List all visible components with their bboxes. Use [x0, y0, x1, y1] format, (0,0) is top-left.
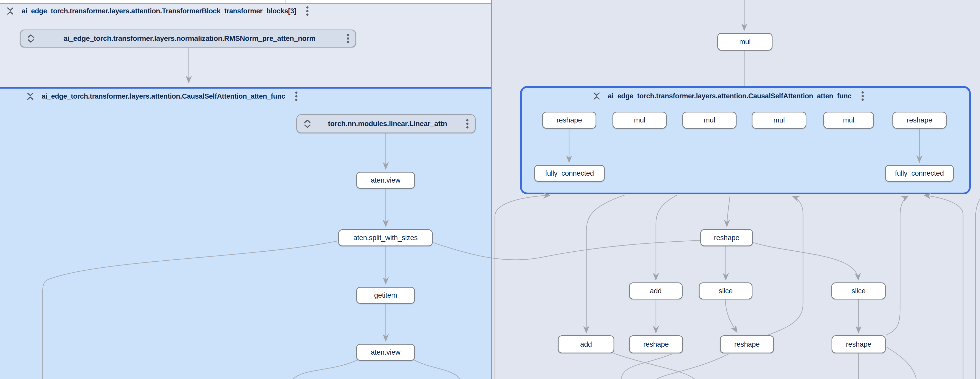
kebab-menu-icon[interactable]	[346, 33, 350, 45]
op-label: mul	[634, 116, 645, 124]
op-node-mul-3[interactable]: mul	[752, 112, 807, 129]
op-label: fully_connected	[895, 169, 944, 177]
op-node-mul-4[interactable]: mul	[823, 112, 874, 129]
op-node-mul-1[interactable]: mul	[612, 112, 667, 129]
unfold-less-icon[interactable]	[592, 91, 601, 102]
op-node-add-mid[interactable]: add	[629, 282, 682, 299]
op-label: mul	[739, 38, 751, 46]
op-label: aten.view	[371, 176, 401, 185]
op-label: add	[650, 287, 662, 295]
op-label: aten.view	[371, 348, 401, 357]
op-node-reshape-mid[interactable]: reshape	[700, 229, 753, 246]
op-node-slice-right[interactable]: slice	[831, 282, 886, 299]
op-label: reshape	[714, 234, 739, 242]
op-label: reshape	[734, 340, 760, 349]
op-label: fully_connected	[545, 169, 594, 177]
unfold-more-icon[interactable]	[26, 33, 35, 44]
op-label: mul	[773, 116, 784, 124]
op-node-add-bottom[interactable]: add	[558, 335, 614, 354]
op-label: slice	[851, 287, 866, 295]
op-label: getitem	[374, 291, 397, 299]
attention-group-left-header[interactable]: ai_edge_torch.transformer.layers.attenti…	[26, 91, 298, 102]
op-label: mul	[704, 116, 715, 124]
op-label: reshape	[846, 340, 871, 349]
unfold-less-icon[interactable]	[26, 91, 35, 102]
attention-group-right-header[interactable]: ai_edge_torch.transformer.layers.attenti…	[592, 90, 864, 102]
transformer-block-header[interactable]: ai_edge_torch.transformer.layers.attenti…	[6, 5, 309, 17]
op-node-reshape-left[interactable]: reshape	[542, 112, 596, 129]
group-divider-border	[491, 0, 492, 379]
op-node-mul-2[interactable]: mul	[682, 112, 737, 129]
op-node-slice-mid[interactable]: slice	[699, 282, 752, 299]
graph-canvas[interactable]: ai_edge_torch.transformer.layers.attenti…	[0, 0, 980, 379]
layer-node-label: ai_edge_torch.transformer.layers.normali…	[35, 34, 344, 43]
op-node-aten-view-1[interactable]: aten.view	[356, 172, 415, 189]
kebab-menu-icon[interactable]	[466, 118, 469, 130]
op-label: mul	[843, 116, 854, 124]
op-node-aten-view-2[interactable]: aten.view	[356, 344, 415, 361]
unfold-less-icon[interactable]	[6, 5, 15, 17]
canvas-top-strip	[0, 0, 491, 4]
op-label: reshape	[643, 340, 669, 349]
layer-node-label: torch.nn.modules.linear.Linear_attn	[312, 119, 463, 128]
op-node-getitem[interactable]: getitem	[356, 287, 415, 304]
op-node-fully-connected-left[interactable]: fully_connected	[534, 165, 605, 182]
attention-group-right-title: ai_edge_torch.transformer.layers.attenti…	[608, 92, 851, 100]
kebab-menu-icon[interactable]	[294, 91, 298, 102]
op-node-reshape-b3[interactable]: reshape	[832, 335, 886, 354]
layer-node-rmsnorm[interactable]: ai_edge_torch.transformer.layers.normali…	[20, 30, 356, 48]
op-label: reshape	[907, 116, 932, 124]
op-node-reshape-right[interactable]: reshape	[892, 112, 947, 129]
unfold-more-icon[interactable]	[303, 118, 312, 129]
op-label: aten.split_with_sizes	[353, 234, 418, 242]
kebab-menu-icon[interactable]	[861, 90, 864, 102]
transformer-block-title: ai_edge_torch.transformer.layers.attenti…	[22, 7, 296, 15]
op-node-reshape-b2[interactable]: reshape	[720, 335, 774, 354]
op-label: reshape	[557, 116, 582, 124]
op-node-fully-connected-right[interactable]: fully_connected	[885, 165, 954, 182]
op-label: slice	[719, 287, 733, 295]
op-node-split-with-sizes[interactable]: aten.split_with_sizes	[338, 229, 433, 246]
layer-node-linear-attn[interactable]: torch.nn.modules.linear.Linear_attn	[296, 114, 476, 133]
op-node-mul-top[interactable]: mul	[717, 33, 773, 51]
op-node-reshape-b1[interactable]: reshape	[629, 335, 683, 354]
kebab-menu-icon[interactable]	[305, 5, 309, 17]
op-label: add	[580, 340, 592, 349]
attention-group-left-title: ai_edge_torch.transformer.layers.attenti…	[41, 92, 285, 100]
